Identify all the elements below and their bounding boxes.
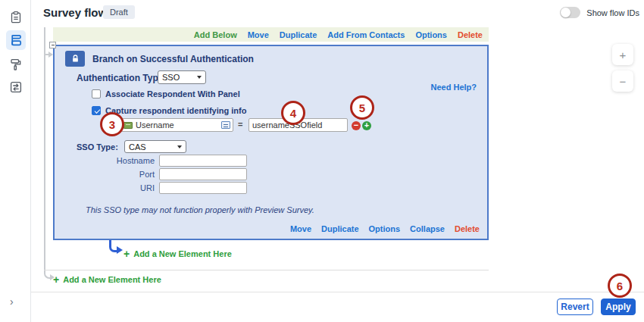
callout-6: 6 [608,274,632,298]
zoom-out-button[interactable]: − [612,70,633,92]
callout-5: 5 [350,95,374,120]
sso-type-label: SSO Type: [77,142,118,152]
add-field-button[interactable]: + [362,121,371,130]
delete-link[interactable]: Delete [458,30,483,39]
survey-flow-nav[interactable] [6,30,26,50]
need-help-link[interactable]: Need Help? [430,83,477,92]
options-link[interactable]: Options [415,30,447,39]
show-flow-ids-label: Show flow IDs [586,8,639,17]
sso-type-select[interactable]: CAS [124,140,186,153]
apply-button[interactable]: Apply [601,299,636,315]
move-link[interactable]: Move [248,30,269,39]
lock-button[interactable] [65,51,85,67]
callout-3: 3 [100,112,124,136]
sso-warning-note: This SSO type may not function properly … [86,205,314,214]
element-action-bar: Add Below Move Duplicate Add From Contac… [53,27,489,42]
duplicate-link[interactable]: Duplicate [280,30,317,39]
add-element-outer-label: Add a New Element Here [63,275,161,284]
embedded-field-icon [123,122,133,129]
show-flow-ids-control: Show flow IDs [560,7,639,18]
add-element-inner-link[interactable]: + Add a New Element Here [123,249,232,258]
capture-info-checkbox[interactable] [92,106,101,115]
piped-text-icon[interactable] [221,121,230,129]
plus-icon: + [53,275,59,284]
associate-panel-row: Associate Respondent With Panel [92,89,240,98]
sso-type-value: CAS [129,142,146,152]
callout-4: 4 [281,101,305,125]
branch-footer-links: Move Duplicate Options Collapse Delete [290,224,480,233]
hostname-input[interactable] [159,155,247,167]
associate-panel-label: Associate Respondent With Panel [105,89,240,98]
port-label: Port [55,170,155,179]
branch-child-arrowhead-icon [117,246,123,254]
branch-title: Branch on Successful Authentication [92,54,254,64]
port-input[interactable] [159,168,247,180]
branch-collapse-link[interactable]: Collapse [410,224,445,233]
add-element-outer-link[interactable]: + Add a New Element Here [53,275,161,284]
transfer-arrows-icon [9,80,23,94]
collapse-expander-icon[interactable] [49,42,56,48]
app-sidebar: › [0,0,31,322]
branch-delete-link[interactable]: Delete [455,224,480,233]
paint-roller-icon [9,58,23,71]
associate-panel-checkbox[interactable] [92,89,101,98]
hostname-label: Hostname [55,156,155,165]
add-from-contacts-link[interactable]: Add From Contacts [327,30,405,39]
auth-type-label: Authentication Type: [77,73,166,83]
branch-move-link[interactable]: Move [290,224,311,233]
remove-field-button[interactable]: − [352,121,361,130]
zoom-in-button[interactable]: + [612,44,633,65]
field-name-text: Username [136,120,218,130]
plus-icon: + [123,249,130,258]
add-element-inner-label: Add a New Element Here [133,249,232,258]
tree-connector-line [44,27,45,268]
draft-status-badge: Draft [103,5,135,19]
look-and-feel-nav[interactable] [6,55,26,74]
toggle-knob [561,8,571,17]
branch-options-link[interactable]: Options [369,224,401,233]
authenticator-branch-panel: Branch on Successful Authentication Auth… [53,45,489,240]
flow-canvas: Add Below Move Duplicate Add From Contac… [31,27,644,292]
flow-icon [9,33,23,47]
revert-button[interactable]: Revert [557,299,593,315]
flow-divider [44,270,489,270]
sidebar-expand-chevron[interactable]: › [10,295,14,308]
action-footer: Revert Apply [31,292,644,322]
add-below-link[interactable]: Add Below [194,30,237,39]
page-header: Survey flow Draft Show flow IDs [31,0,644,27]
branch-duplicate-link[interactable]: Duplicate [321,224,359,233]
equals-sign: = [238,120,242,129]
show-flow-ids-toggle[interactable] [560,7,580,18]
auth-type-select[interactable]: SSO [158,70,206,84]
lock-icon [70,54,80,64]
identifying-field-name-input[interactable]: Username [120,118,233,132]
auth-type-value: SSO [162,73,180,82]
clipboard-icon [9,11,23,24]
survey-builder-nav[interactable] [6,8,26,27]
capture-info-label: Capture respondent identifying info [105,106,246,115]
survey-options-nav[interactable] [6,77,26,97]
uri-label: URI [55,183,155,192]
page-title: Survey flow [43,6,107,19]
uri-input[interactable] [159,182,247,194]
